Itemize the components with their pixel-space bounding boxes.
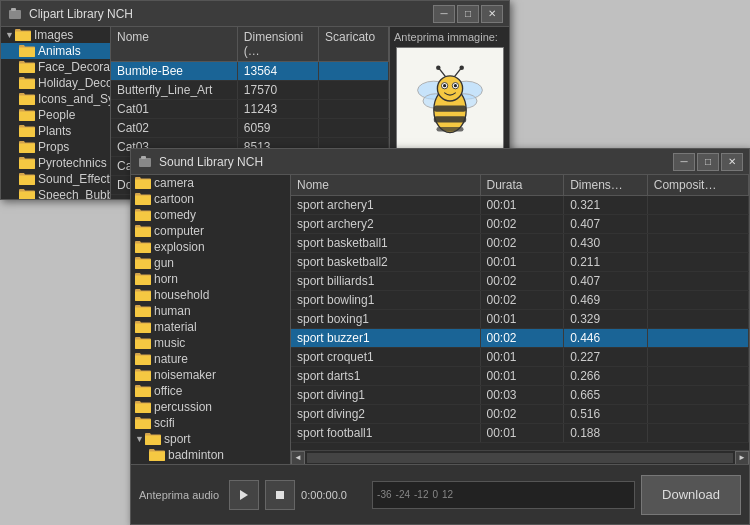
scroll-track[interactable] xyxy=(307,453,733,463)
sound-tree-item-noisemaker[interactable]: noisemaker xyxy=(131,367,290,383)
folder-icon xyxy=(135,384,151,398)
folder-icon xyxy=(135,288,151,302)
folder-icon xyxy=(135,416,151,430)
sound-tree-item-percussion[interactable]: percussion xyxy=(131,399,290,415)
folder-icon xyxy=(135,192,151,206)
sound-tree-item-nature[interactable]: nature xyxy=(131,351,290,367)
tree-item-pyro[interactable]: Pyrotechnics xyxy=(1,155,110,171)
tree-item-icons[interactable]: Icons_and_Symbols xyxy=(1,91,110,107)
sound-tree-item-office[interactable]: office xyxy=(131,383,290,399)
tree-root-images[interactable]: ▼ Images xyxy=(1,27,110,43)
sound-tree-item-gun[interactable]: gun xyxy=(131,255,290,271)
row-size: 17570 xyxy=(238,81,319,99)
sound-tree-item-material[interactable]: material xyxy=(131,319,290,335)
sound-tree-item-comedy[interactable]: comedy xyxy=(131,207,290,223)
list-row[interactable]: Cat01 11243 xyxy=(111,100,389,119)
minimize-button[interactable]: ─ xyxy=(433,5,455,23)
tree-item-face[interactable]: Face_Decorations xyxy=(1,59,110,75)
sound-row-comp xyxy=(648,253,749,271)
list-row[interactable]: sport archery2 00:02 0.407 xyxy=(291,215,749,234)
tree-item-people[interactable]: People xyxy=(1,107,110,123)
sound-row-comp xyxy=(648,272,749,290)
list-row[interactable]: sport basketball2 00:01 0.211 xyxy=(291,253,749,272)
sound-list-rows[interactable]: sport archery1 00:01 0.321 sport archery… xyxy=(291,196,749,450)
sound-row-dur: 00:02 xyxy=(481,215,565,233)
sound-tree-item-human[interactable]: human xyxy=(131,303,290,319)
expand-arrow: ▼ xyxy=(5,30,15,40)
sound-tree-label: percussion xyxy=(154,400,212,414)
sound-tree[interactable]: camera cartoon comedy xyxy=(131,175,291,464)
sound-tree-label: badminton xyxy=(168,448,224,462)
sound-col-durata[interactable]: Durata xyxy=(481,175,565,195)
tree-item-sound-effects[interactable]: Sound_Effects xyxy=(1,171,110,187)
sound-tree-label: camera xyxy=(154,176,194,190)
sound-tree-item-sport[interactable]: ▼ sport xyxy=(131,431,290,447)
sound-col-dimens[interactable]: Dimens… xyxy=(564,175,648,195)
preview-image xyxy=(396,47,504,155)
list-row[interactable]: Butterfly_Line_Art 17570 xyxy=(111,81,389,100)
close-button[interactable]: ✕ xyxy=(481,5,503,23)
folder-icon xyxy=(135,224,151,238)
sound-tree-item-music[interactable]: music xyxy=(131,335,290,351)
folder-icon xyxy=(149,448,165,462)
sound-minimize-button[interactable]: ─ xyxy=(673,153,695,171)
sound-tree-item-household[interactable]: household xyxy=(131,287,290,303)
col-scaricato[interactable]: Scaricato xyxy=(319,27,389,61)
col-dimensioni[interactable]: Dimensioni (… xyxy=(238,27,319,61)
sound-list-panel: Nome Durata Dimens… Composit… sport arch… xyxy=(291,175,749,464)
folder-icon xyxy=(135,336,151,350)
sound-row-name: sport diving2 xyxy=(291,405,481,423)
sound-row-size: 0.446 xyxy=(564,329,648,347)
sound-maximize-button[interactable]: □ xyxy=(697,153,719,171)
list-row[interactable]: sport diving1 00:03 0.665 xyxy=(291,386,749,405)
sound-close-button[interactable]: ✕ xyxy=(721,153,743,171)
list-row[interactable]: sport billiards1 00:02 0.407 xyxy=(291,272,749,291)
col-nome[interactable]: Nome xyxy=(111,27,238,61)
svg-line-17 xyxy=(454,69,460,77)
clipart-window-buttons: ─ □ ✕ xyxy=(433,5,503,23)
list-row[interactable]: sport archery1 00:01 0.321 xyxy=(291,196,749,215)
sound-tree-item-badminton[interactable]: badminton xyxy=(131,447,290,463)
sound-row-comp xyxy=(648,234,749,252)
list-row[interactable]: Bumble-Bee 13564 xyxy=(111,62,389,81)
folder-icon xyxy=(135,320,151,334)
sound-tree-item-explosion[interactable]: explosion xyxy=(131,239,290,255)
scroll-left-arrow[interactable]: ◄ xyxy=(291,451,305,465)
tree-item-plants[interactable]: Plants xyxy=(1,123,110,139)
download-button[interactable]: Download xyxy=(641,475,741,515)
tree-item-animals[interactable]: Animals xyxy=(1,43,110,59)
list-row[interactable]: sport diving2 00:02 0.516 xyxy=(291,405,749,424)
scroll-right-arrow[interactable]: ► xyxy=(735,451,749,465)
tree-item-holiday[interactable]: Holiday_Decorations xyxy=(1,75,110,91)
list-row[interactable]: sport buzzer1 00:02 0.446 xyxy=(291,329,749,348)
list-row[interactable]: sport basketball1 00:02 0.430 xyxy=(291,234,749,253)
tree-item-props[interactable]: Props xyxy=(1,139,110,155)
stop-button[interactable] xyxy=(265,480,295,510)
clipart-tree[interactable]: ▼ Images Animals Face_Decorations xyxy=(1,27,111,199)
tree-item-speech[interactable]: Speech_Bubbles xyxy=(1,187,110,199)
sound-row-dur: 00:01 xyxy=(481,196,565,214)
clipart-title: Clipart Library NCH xyxy=(29,7,427,21)
list-row[interactable]: Cat02 6059 xyxy=(111,119,389,138)
sound-row-dur: 00:01 xyxy=(481,253,565,271)
list-row[interactable]: sport croquet1 00:01 0.227 xyxy=(291,348,749,367)
sound-col-nome[interactable]: Nome xyxy=(291,175,481,195)
sound-horizontal-scrollbar[interactable]: ◄ ► xyxy=(291,450,749,464)
sound-tree-item-camera[interactable]: camera xyxy=(131,175,290,191)
sound-tree-item-scifi[interactable]: scifi xyxy=(131,415,290,431)
play-button[interactable] xyxy=(229,480,259,510)
list-row[interactable]: sport football1 00:01 0.188 xyxy=(291,424,749,443)
maximize-button[interactable]: □ xyxy=(457,5,479,23)
folder-icon xyxy=(135,176,151,190)
list-row[interactable]: sport bowling1 00:02 0.469 xyxy=(291,291,749,310)
sound-tree-label: noisemaker xyxy=(154,368,216,382)
sound-tree-item-cartoon[interactable]: cartoon xyxy=(131,191,290,207)
sound-tree-item-horn[interactable]: horn xyxy=(131,271,290,287)
sound-row-comp xyxy=(648,196,749,214)
sound-col-composit[interactable]: Composit… xyxy=(648,175,749,195)
row-downloaded xyxy=(319,119,389,137)
list-row[interactable]: sport darts1 00:01 0.266 xyxy=(291,367,749,386)
folder-icon xyxy=(19,44,35,58)
list-row[interactable]: sport boxing1 00:01 0.329 xyxy=(291,310,749,329)
sound-tree-item-computer[interactable]: computer xyxy=(131,223,290,239)
